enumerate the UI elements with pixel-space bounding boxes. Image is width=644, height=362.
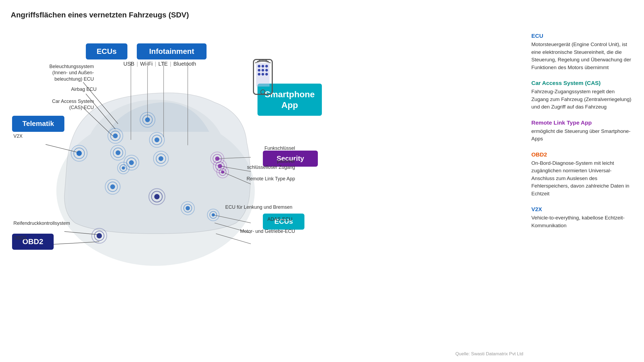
svg-point-47 [186,206,190,210]
svg-point-29 [154,137,159,142]
label-funkschluessel: Funkschlüssel [231,145,295,151]
svg-point-70 [265,65,268,68]
label-car-access: Car Access System (CAS) ECU [38,98,94,111]
legend-ecu-title: ECU [531,33,633,39]
source-text: Quelle: Swasti Datamatrix Pvt Ltd [455,351,523,357]
legend-v2x-title: V2X [531,206,633,212]
svg-point-71 [258,69,260,72]
connectivity-labels: USB | Wi-Fi | LTE | Bluetooth [123,61,196,67]
label-remote-link: Remote Link Type App [223,176,295,182]
legend-obd2: OBD2 On-Bord-Diagnose-System mit leicht … [531,151,633,198]
label-beleuchtung: Beleuchtungssystem (Innen- und Außen- be… [40,64,94,82]
label-reifendruck: Reifendruckkontrollsystem [13,220,70,226]
legend-v2x: V2X Vehicle-to-everything, kabellose Ech… [531,206,633,229]
legend-ecu: ECU Motorsteuergerät (Engine Control Uni… [531,33,633,71]
label-usb: USB [123,61,134,67]
page-title: Angriffsflächen eines vernetzten Fahrzeu… [11,11,633,19]
legend-obd2-title: OBD2 [531,151,633,158]
badge-infotainment: Infotainment [137,43,207,59]
legend-cas-title: Car Access System (CAS) [531,80,633,86]
legend-ecu-desc: Motorsteuergerät (Engine Control Unit), … [531,41,633,71]
label-lte: LTE [158,61,168,67]
legend-remote-title: Remote Link Type App [531,120,633,126]
label-obd2: OBD2 [13,235,27,241]
svg-point-76 [265,73,268,76]
svg-point-26 [116,150,120,155]
svg-point-38 [122,166,125,170]
content-area: ECUs Infotainment Telematik OBD2 Smartph… [11,27,633,352]
label-passiver-zugang: passiver schlüsselloser Zugang [228,158,295,171]
svg-point-50 [76,151,82,156]
legend-obd2-desc: On-Bord-Diagnose-System mit leicht zugän… [531,159,633,198]
svg-point-44 [154,194,160,199]
svg-point-35 [159,156,163,161]
svg-point-23 [113,133,118,138]
svg-point-69 [262,65,264,68]
diagram-area: ECUs Infotainment Telematik OBD2 Smartph… [11,27,521,352]
label-v2x: V2X [13,133,40,139]
main-container: Angriffsflächen eines vernetzten Fahrzeu… [0,0,644,362]
legend-cas-desc: Fahrzeug-Zugangssystem regelt den Zugang… [531,88,633,111]
svg-point-77 [261,90,265,94]
legend-remote: Remote Link Type App ermöglicht die Steu… [531,120,633,143]
legend-cas: Car Access System (CAS) Fahrzeug-Zugangs… [531,80,633,111]
svg-point-32 [129,160,134,165]
svg-point-53 [97,233,102,238]
legend-v2x-desc: Vehicle-to-everything, kabellose Echtzei… [531,214,633,229]
badge-telematik: Telematik [12,116,64,132]
svg-point-62 [221,170,224,174]
label-ecu-lenkung: ECU für Lenkung und Bremsen [212,204,292,210]
label-adas: ADAS-ECU [225,216,292,222]
svg-point-68 [258,65,260,68]
svg-point-20 [145,117,150,122]
legend-area: ECU Motorsteuergerät (Engine Control Uni… [521,27,633,352]
badge-ecus-top: ECUs [86,43,127,59]
label-airbag: Airbag ECU [54,86,97,92]
svg-point-73 [265,69,268,72]
svg-point-72 [262,69,264,72]
svg-point-41 [110,184,115,189]
svg-point-74 [258,73,260,76]
svg-point-75 [262,73,264,76]
label-motor-getriebe: Motor- und Getriebe-ECU [220,228,295,234]
svg-point-65 [212,213,215,217]
label-bluetooth: Bluetooth [174,61,196,67]
label-wifi: Wi-Fi [140,61,153,67]
legend-remote-desc: ermöglicht die Steuerung über Smartphone… [531,128,633,143]
